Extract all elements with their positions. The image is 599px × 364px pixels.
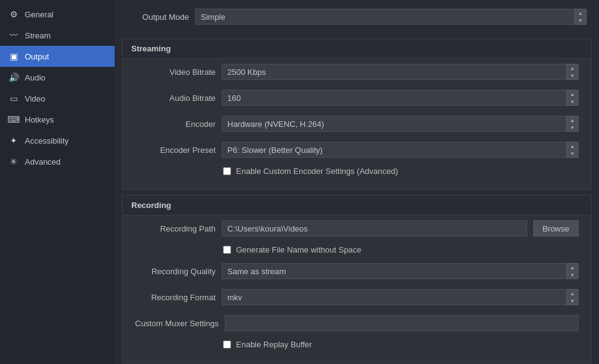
sidebar-label-general: General — [25, 10, 53, 19]
video-bitrate-row: Video Bitrate ▲ ▼ — [123, 59, 591, 85]
replay-buffer-checkbox[interactable] — [223, 340, 231, 349]
browse-button[interactable]: Browse — [533, 220, 579, 236]
ep-spinner-up-icon[interactable]: ▲ — [567, 142, 578, 150]
sidebar-item-video[interactable]: ▭ Video — [0, 88, 115, 109]
video-bitrate-spinner[interactable]: ▲ ▼ — [566, 64, 579, 80]
vb-spinner-up-icon[interactable]: ▲ — [567, 64, 578, 72]
spinner-up-icon[interactable]: ▲ — [575, 9, 586, 17]
video-bitrate-label: Video Bitrate — [135, 67, 216, 77]
streaming-section: Streaming Video Bitrate ▲ ▼ Audio Bitrat… — [122, 38, 592, 190]
audio-bitrate-input[interactable] — [222, 90, 579, 106]
audio-bitrate-label: Audio Bitrate — [135, 93, 216, 103]
recording-format-row: Recording Format ▲ ▼ — [123, 284, 591, 310]
recording-path-input[interactable] — [222, 220, 527, 236]
recording-format-input[interactable] — [222, 289, 579, 305]
sidebar-label-video: Video — [25, 94, 45, 103]
replay-buffer-label: Enable Replay Buffer — [236, 340, 312, 349]
recording-path-label: Recording Path — [135, 224, 216, 233]
encoder-input[interactable] — [222, 116, 579, 132]
recording-format-control: ▲ ▼ — [222, 289, 579, 305]
custom-muxer-control — [225, 315, 579, 331]
spinner-down-icon[interactable]: ▼ — [575, 17, 586, 24]
recording-quality-label: Recording Quality — [135, 267, 216, 276]
custom-encoder-row: Enable Custom Encoder Settings (Advanced… — [123, 163, 591, 180]
recording-format-label: Recording Format — [135, 293, 216, 302]
output-mode-spinner[interactable]: ▲ ▼ — [574, 9, 587, 25]
encoder-label: Encoder — [135, 119, 216, 129]
encoder-preset-row: Encoder Preset ▲ ▼ — [123, 137, 591, 163]
general-icon: ⚙ — [9, 9, 19, 19]
recording-section: Recording Recording Path Browse Generate… — [122, 195, 592, 363]
encoder-spinner[interactable]: ▲ ▼ — [566, 116, 579, 132]
sidebar-item-stream[interactable]: 〰 Stream — [0, 25, 115, 46]
accessibility-icon: ✦ — [9, 136, 19, 145]
generate-filename-row: Generate File Name without Space — [123, 241, 591, 258]
sidebar-label-accessibility: Accessibility — [25, 136, 69, 145]
audio-bitrate-control: ▲ ▼ — [222, 90, 579, 106]
custom-encoder-checkbox-label: Enable Custom Encoder Settings (Advanced… — [236, 167, 398, 176]
recording-quality-input[interactable] — [222, 263, 579, 279]
encoder-preset-input[interactable] — [222, 142, 579, 158]
output-mode-control: ▲ ▼ — [195, 9, 587, 25]
rq-spinner-down-icon[interactable]: ▼ — [567, 271, 578, 279]
hotkeys-icon: ⌨ — [9, 115, 19, 124]
output-mode-input[interactable] — [195, 9, 587, 25]
sidebar: ⚙ General 〰 Stream ▣ Output 🔊 Audio ▭ Vi… — [0, 0, 115, 364]
advanced-icon: ✳ — [9, 157, 19, 167]
video-bitrate-input[interactable] — [222, 64, 579, 80]
output-icon: ▣ — [9, 51, 19, 61]
recording-quality-control: ▲ ▼ — [222, 263, 579, 279]
output-mode-row: Output Mode ▲ ▼ — [115, 0, 599, 33]
audio-bitrate-spinner[interactable]: ▲ ▼ — [566, 90, 579, 106]
rf-spinner-down-icon[interactable]: ▼ — [567, 297, 578, 305]
output-mode-label: Output Mode — [127, 12, 189, 22]
custom-encoder-checkbox[interactable] — [223, 167, 231, 175]
sidebar-item-output[interactable]: ▣ Output — [0, 46, 115, 67]
recording-quality-row: Recording Quality ▲ ▼ — [123, 258, 591, 284]
sidebar-item-accessibility[interactable]: ✦ Accessibility — [0, 130, 115, 151]
sidebar-label-output: Output — [25, 52, 49, 61]
recording-quality-spinner[interactable]: ▲ ▼ — [566, 263, 579, 279]
generate-filename-checkbox[interactable] — [223, 246, 231, 254]
ep-spinner-down-icon[interactable]: ▼ — [567, 150, 578, 157]
custom-muxer-input[interactable] — [225, 315, 579, 331]
sidebar-item-audio[interactable]: 🔊 Audio — [0, 67, 115, 88]
recording-section-header: Recording — [123, 196, 591, 215]
custom-muxer-row: Custom Muxer Settings — [123, 310, 591, 336]
ab-spinner-down-icon[interactable]: ▼ — [567, 98, 578, 105]
video-bitrate-control: ▲ ▼ — [222, 64, 579, 80]
encoder-preset-label: Encoder Preset — [135, 145, 216, 155]
sidebar-label-stream: Stream — [25, 31, 51, 40]
sidebar-item-hotkeys[interactable]: ⌨ Hotkeys — [0, 109, 115, 130]
recording-path-row: Recording Path Browse — [123, 215, 591, 241]
recording-format-spinner[interactable]: ▲ ▼ — [566, 289, 579, 305]
encoder-preset-spinner[interactable]: ▲ ▼ — [566, 142, 579, 158]
video-icon: ▭ — [9, 93, 19, 103]
encoder-row: Encoder ▲ ▼ — [123, 111, 591, 137]
sidebar-item-general[interactable]: ⚙ General — [0, 4, 115, 25]
sidebar-label-hotkeys: Hotkeys — [25, 115, 54, 124]
stream-icon: 〰 — [9, 30, 19, 40]
encoder-control: ▲ ▼ — [222, 116, 579, 132]
streaming-section-header: Streaming — [123, 39, 591, 59]
rf-spinner-up-icon[interactable]: ▲ — [567, 290, 578, 297]
vb-spinner-down-icon[interactable]: ▼ — [567, 72, 578, 79]
rq-spinner-up-icon[interactable]: ▲ — [567, 264, 578, 271]
sidebar-item-advanced[interactable]: ✳ Advanced — [0, 151, 115, 172]
audio-bitrate-row: Audio Bitrate ▲ ▼ — [123, 85, 591, 111]
encoder-preset-control: ▲ ▼ — [222, 142, 579, 158]
custom-muxer-label: Custom Muxer Settings — [135, 319, 219, 328]
sidebar-label-advanced: Advanced — [25, 157, 61, 167]
sidebar-label-audio: Audio — [25, 73, 45, 82]
enc-spinner-up-icon[interactable]: ▲ — [567, 116, 578, 124]
generate-filename-label: Generate File Name without Space — [236, 245, 361, 254]
main-content: Output Mode ▲ ▼ Streaming Video Bitrate … — [115, 0, 599, 364]
enc-spinner-down-icon[interactable]: ▼ — [567, 124, 578, 131]
replay-buffer-row: Enable Replay Buffer — [123, 336, 591, 353]
ab-spinner-up-icon[interactable]: ▲ — [567, 90, 578, 98]
audio-icon: 🔊 — [9, 72, 19, 82]
